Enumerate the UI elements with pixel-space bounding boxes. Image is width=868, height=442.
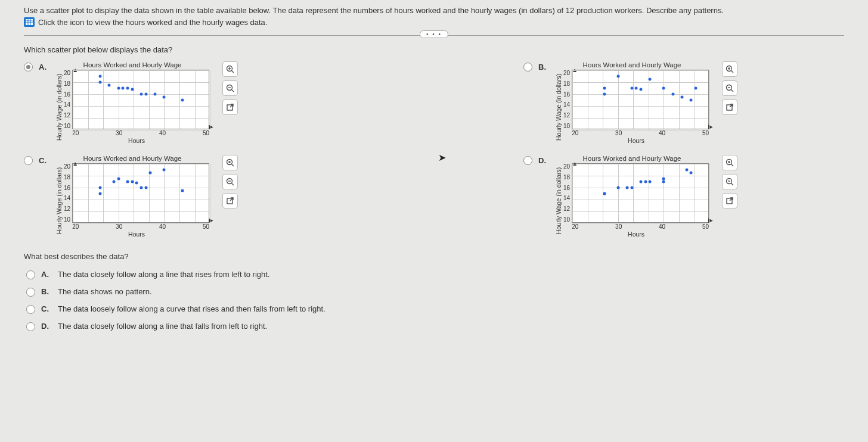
data-point	[154, 93, 157, 96]
option-c-label: C.	[39, 156, 49, 165]
data-point	[685, 169, 688, 172]
option-d-row: D. Hours Worked and Hourly Wage Hourly W…	[523, 155, 844, 238]
data-point	[113, 180, 116, 183]
zoom-in-icon[interactable]	[222, 61, 238, 77]
radio-option-a[interactable]	[24, 63, 33, 71]
popout-icon[interactable]	[722, 99, 737, 115]
data-point	[640, 180, 643, 183]
zoom-in-icon[interactable]	[722, 61, 737, 77]
chart-d-plot: ▲ ▶	[572, 163, 709, 223]
zoom-out-icon[interactable]	[722, 80, 737, 96]
data-point	[603, 93, 606, 96]
chart-a-xlabel: Hours	[64, 137, 209, 144]
data-point	[163, 169, 166, 172]
data-point	[140, 186, 143, 189]
q2-d-text: The data closely follow along a line tha…	[58, 322, 267, 331]
chart-b-title: Hours Worked and Hourly Wage	[583, 61, 681, 69]
data-point	[644, 180, 647, 183]
q2-c-text: The data loosely follow along a curve th…	[58, 304, 326, 313]
q2-option-a: A. The data closely follow along a line …	[26, 269, 844, 279]
radio-q2-b[interactable]	[26, 288, 35, 297]
data-point	[662, 180, 665, 183]
zoom-in-icon[interactable]	[722, 155, 737, 170]
zoom-out-icon[interactable]	[222, 80, 238, 96]
data-point	[140, 93, 143, 96]
popout-icon[interactable]	[722, 193, 737, 208]
q2-options: A. The data closely follow along a line …	[26, 269, 844, 331]
q1-prompt: Which scatter plot below displays the da…	[24, 45, 844, 54]
chart-a-ylabel: Hourly Wage (in dollars)	[55, 70, 63, 144]
data-point	[149, 172, 152, 175]
option-b-row: B. Hours Worked and Hourly Wage Hourly W…	[523, 61, 844, 144]
chart-b-xlabel: Hours	[563, 137, 709, 144]
data-point	[108, 84, 111, 87]
data-point	[671, 93, 674, 96]
option-b-label: B.	[538, 63, 549, 71]
data-point	[690, 99, 693, 102]
data-point	[122, 87, 125, 90]
q2-a-text: The data closely follow along a line tha…	[58, 270, 270, 279]
scatter-options-grid: A. Hours Worked and Hourly Wage Hourly W…	[24, 61, 844, 238]
svg-line-11	[232, 90, 234, 92]
expand-button[interactable]: • • •	[420, 30, 448, 38]
q2-option-b: B. The data shows no pattern.	[26, 287, 844, 297]
radio-q2-c[interactable]	[26, 305, 35, 314]
zoom-in-icon[interactable]	[222, 155, 238, 170]
chart-d-yticks: 201816141210	[563, 163, 572, 223]
chart-a-yticks: 201816141210	[64, 70, 72, 129]
data-point	[681, 96, 684, 99]
svg-line-25	[232, 164, 234, 167]
option-a-row: A. Hours Worked and Hourly Wage Hourly W…	[24, 61, 345, 144]
data-point	[117, 87, 120, 90]
q2-prompt: What best describes the data?	[24, 252, 844, 261]
data-point	[99, 81, 102, 84]
chart-a: Hours Worked and Hourly Wage Hourly Wage…	[55, 61, 209, 144]
data-link-text[interactable]: Click the icon to view the hours worked …	[38, 18, 267, 27]
data-point	[635, 87, 638, 90]
radio-option-c[interactable]	[24, 156, 33, 165]
data-point	[603, 87, 606, 90]
chart-c-plot: ▲ ▶	[72, 163, 209, 223]
q2-a-label: A.	[41, 270, 52, 279]
chart-d: Hours Worked and Hourly Wage Hourly Wage…	[555, 155, 709, 238]
data-point	[131, 88, 134, 91]
popout-icon[interactable]	[222, 99, 238, 115]
chart-d-title: Hours Worked and Hourly Wage	[583, 155, 681, 162]
q2-b-label: B.	[41, 287, 52, 296]
chart-d-xlabel: Hours	[563, 231, 709, 238]
chart-b: Hours Worked and Hourly Wage Hourly Wage…	[555, 61, 709, 144]
radio-option-d[interactable]	[523, 156, 532, 165]
data-point	[603, 192, 606, 195]
chart-c-yticks: 201816141210	[64, 163, 72, 223]
data-point	[630, 186, 633, 189]
zoom-out-icon[interactable]	[222, 174, 238, 189]
data-point	[144, 186, 147, 189]
chart-c-title: Hours Worked and Hourly Wage	[83, 155, 182, 162]
q2-d-label: D.	[41, 322, 52, 331]
data-table-icon[interactable]	[24, 17, 35, 27]
zoom-out-icon[interactable]	[722, 174, 737, 189]
chart-a-title: Hours Worked and Hourly Wage	[83, 61, 182, 69]
data-point	[181, 189, 184, 192]
data-point	[99, 192, 102, 195]
svg-line-38	[731, 183, 734, 186]
data-point	[626, 186, 629, 189]
radio-q2-a[interactable]	[26, 270, 35, 279]
data-point	[131, 180, 134, 183]
svg-line-7	[232, 71, 234, 73]
data-point	[616, 186, 619, 189]
popout-icon[interactable]	[222, 193, 238, 208]
q2-option-c: C. The data loosely follow along a curve…	[26, 304, 844, 314]
data-point	[662, 87, 665, 90]
radio-option-b[interactable]	[523, 63, 532, 71]
data-point	[690, 172, 693, 175]
q2-option-d: D. The data closely follow along a line …	[26, 321, 844, 331]
data-point	[117, 178, 120, 180]
chart-b-ylabel: Hourly Wage (in dollars)	[555, 70, 562, 144]
radio-q2-d[interactable]	[26, 322, 35, 331]
data-point	[126, 87, 129, 90]
data-point	[99, 186, 102, 189]
chart-c-xlabel: Hours	[64, 231, 209, 238]
chart-b-yticks: 201816141210	[563, 70, 572, 129]
data-point	[649, 78, 652, 81]
